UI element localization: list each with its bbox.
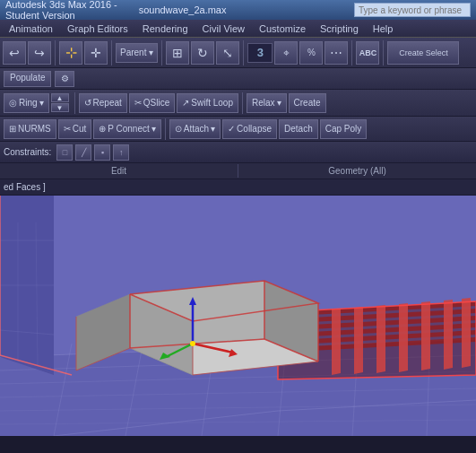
p-connect-button[interactable]: ⊕ P Connect ▾ xyxy=(93,119,161,139)
ring-up[interactable]: ▲ xyxy=(51,93,69,102)
viewport[interactable] xyxy=(0,196,476,436)
menu-graph-editors[interactable]: Graph Editors xyxy=(60,22,135,36)
svg-marker-31 xyxy=(332,309,341,375)
svg-marker-34 xyxy=(399,303,408,372)
constraints-label: Constraints: xyxy=(4,147,51,157)
section-labels: Edit Geometry (All) xyxy=(0,163,476,179)
more-button[interactable]: ⋯ xyxy=(325,41,348,65)
separator-6 xyxy=(383,40,384,65)
move-button[interactable]: ✛ xyxy=(84,41,108,65)
menu-civil-view[interactable]: Civil View xyxy=(195,22,252,36)
menu-customize[interactable]: Customize xyxy=(252,22,313,36)
parent-dropdown[interactable]: Parent ▾ xyxy=(116,43,158,63)
main-toolbar: ↩ ↪ ⊹ ✛ Parent ▾ ⊞ ↻ ⤡ 3 ⌖ % ⋯ ABC Creat… xyxy=(0,38,476,68)
separator-4 xyxy=(243,40,244,65)
attach-icon: ⊙ xyxy=(175,124,182,134)
menu-rendering[interactable]: Rendering xyxy=(135,22,195,36)
separator-5 xyxy=(351,40,352,65)
select-button[interactable]: ⊹ xyxy=(59,41,82,65)
title-bar: Autodesk 3ds Max 2016 - Student Version … xyxy=(0,0,476,20)
nurms-icon: ⊞ xyxy=(9,124,16,134)
edit-poly-toolbar1: ◎ Ring ▾ ▲ ▼ ↺ Repeat ✂ QSlice ↗ Swift L… xyxy=(0,90,476,117)
search-input[interactable] xyxy=(354,3,471,17)
menu-help[interactable]: Help xyxy=(366,22,401,36)
ring-nav-buttons: ▲ ▼ xyxy=(51,93,69,112)
sep2 xyxy=(242,92,243,114)
redo-button[interactable]: ↪ xyxy=(28,41,51,65)
constraint-none[interactable]: □ xyxy=(56,144,73,161)
svg-marker-36 xyxy=(444,300,453,370)
separator-1 xyxy=(55,40,56,65)
populate-toolbar: Populate ⚙ xyxy=(0,68,476,90)
sep3 xyxy=(165,118,166,140)
edit-section-label: Edit xyxy=(0,164,238,178)
swift-loop-button[interactable]: ↗ Swift Loop xyxy=(177,93,238,113)
repeat-button[interactable]: ↺ Repeat xyxy=(79,93,127,113)
constraint-normal[interactable]: ↑ xyxy=(113,144,129,161)
constraint-face[interactable]: ▪ xyxy=(94,144,110,161)
percent-button[interactable]: % xyxy=(299,41,323,65)
geometry-section-label: Geometry (All) xyxy=(238,164,476,178)
abc-button[interactable]: ABC xyxy=(356,41,379,65)
separator-2 xyxy=(111,40,112,65)
collapse-icon: ✓ xyxy=(228,124,235,134)
separator-3 xyxy=(161,40,162,65)
constraints-toolbar: Constraints: □ ╱ ▪ ↑ xyxy=(0,142,476,163)
ring-dropdown-icon: ▾ xyxy=(39,98,44,108)
detach-button[interactable]: Detach xyxy=(279,119,318,139)
app-title: Autodesk 3ds Max 2016 - Student Version xyxy=(5,0,134,21)
create-button[interactable]: Create xyxy=(289,93,326,113)
menu-bar: Animation Graph Editors Rendering Civil … xyxy=(0,20,476,38)
menu-animation[interactable]: Animation xyxy=(2,22,60,36)
qslice-button[interactable]: ✂ QSlice xyxy=(129,93,175,113)
relax-dropdown: ▾ xyxy=(277,98,281,108)
rotate-button[interactable]: ↻ xyxy=(191,41,214,65)
sep1 xyxy=(74,92,75,114)
cap-poly-button[interactable]: Cap Poly xyxy=(320,119,368,139)
select2-button[interactable]: ⊞ xyxy=(166,41,189,65)
constraint-edge[interactable]: ╱ xyxy=(75,144,91,161)
ed-faces-bar: ed Faces ] xyxy=(0,179,476,196)
ed-faces-text: ed Faces ] xyxy=(4,182,46,192)
number-input[interactable]: 3 xyxy=(247,43,273,63)
collapse-button[interactable]: ✓ Collapse xyxy=(222,119,277,139)
qslice-icon: ✂ xyxy=(134,98,142,108)
svg-marker-37 xyxy=(462,298,471,368)
cut-icon: ✂ xyxy=(64,124,71,134)
svg-marker-32 xyxy=(354,307,363,374)
snap-button[interactable]: ⌖ xyxy=(274,41,298,65)
svg-marker-35 xyxy=(421,301,430,370)
create-select-button[interactable]: Create Select xyxy=(387,41,459,65)
filename: soundwave_2a.max xyxy=(139,4,227,15)
svg-marker-33 xyxy=(376,305,385,373)
edit-poly-toolbar2: ⊞ NURMS ✂ Cut ⊕ P Connect ▾ ⊙ Attach ▾ ✓… xyxy=(0,117,476,142)
scale-button[interactable]: ⤡ xyxy=(216,41,239,65)
nurms-button[interactable]: ⊞ NURMS xyxy=(4,119,56,139)
populate-label: Populate xyxy=(4,71,51,87)
ring-dropdown[interactable]: ◎ Ring ▾ xyxy=(4,93,49,113)
p-connect-icon: ⊕ xyxy=(99,124,106,134)
svg-point-60 xyxy=(190,341,195,346)
swift-loop-icon: ↗ xyxy=(182,98,189,108)
scene-svg xyxy=(0,196,476,436)
undo-button[interactable]: ↩ xyxy=(3,41,26,65)
attach-button[interactable]: ⊙ Attach ▾ xyxy=(169,119,221,139)
relax-button[interactable]: Relax ▾ xyxy=(247,93,287,113)
menu-scripting[interactable]: Scripting xyxy=(313,22,366,36)
ring-icon: ◎ xyxy=(9,98,17,108)
populate-settings[interactable]: ⚙ xyxy=(55,71,74,87)
cut-button[interactable]: ✂ Cut xyxy=(58,119,92,139)
ring-down[interactable]: ▼ xyxy=(51,103,69,112)
repeat-icon: ↺ xyxy=(84,98,91,108)
